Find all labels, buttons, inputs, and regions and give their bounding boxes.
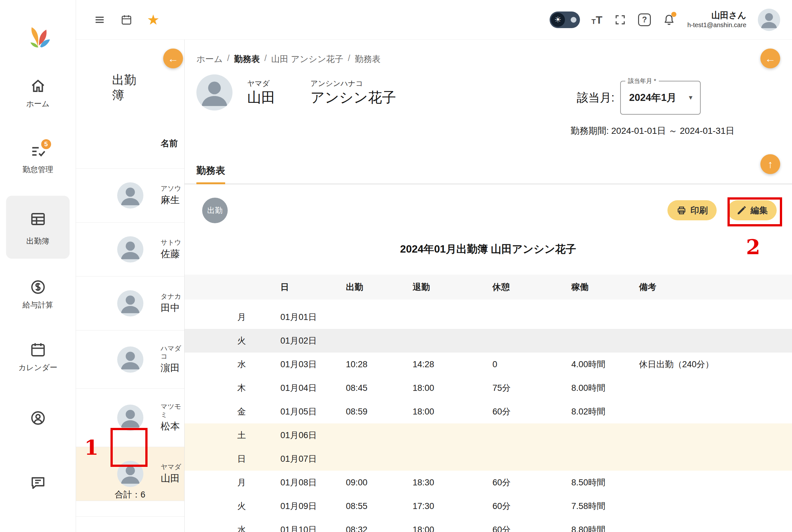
status-badge: 出勤: [202, 198, 228, 223]
cell-work-hours: 8.50時間: [571, 477, 639, 488]
cell-day-of-week: 金: [237, 406, 280, 417]
attendance-row: 土01月06日: [184, 423, 792, 447]
profile-avatar: [196, 74, 232, 111]
sidebar-item-attendance-mgmt[interactable]: 5 勤怠管理: [0, 143, 76, 175]
person-kana: サトウ: [161, 238, 181, 246]
person-row[interactable]: タナカ田中: [76, 277, 184, 330]
user-info[interactable]: 山田さん h-test1@anshin.care: [687, 10, 746, 29]
cell-day-of-week: 水: [237, 524, 280, 532]
sidebar-item-attendance-book[interactable]: 出勤簿: [6, 196, 70, 259]
attendance-row: 月01月01日: [184, 305, 792, 329]
person-avatar[interactable]: [117, 182, 144, 209]
person-avatar[interactable]: [117, 346, 144, 373]
cell-break: 75分: [492, 382, 571, 394]
cell-day-of-week: 火: [237, 500, 280, 512]
cell-day-of-week: 木: [237, 382, 280, 394]
person-kana: ヤマダ: [161, 463, 181, 471]
person-avatar[interactable]: [117, 404, 144, 431]
text-size-icon[interactable]: TT: [591, 14, 602, 25]
cell-work-hours: 4.00時間: [571, 359, 639, 370]
sidebar-item-label: 給与計算: [23, 300, 53, 310]
cell-day-of-week: 水: [237, 359, 280, 370]
cell-date: 01月01日: [280, 311, 346, 323]
dark-mode-toggle[interactable]: ☀: [550, 12, 580, 28]
sidebar-item-home[interactable]: ホーム: [0, 77, 76, 109]
main-content: ホーム/勤務表/山田 アンシン花子/勤務表 ← ヤマダ 山田 アンシンハナコ ア…: [184, 39, 792, 532]
cell-clock-in: 08:55: [346, 501, 413, 511]
cell-break: 60分: [492, 406, 571, 417]
attendance-row: 火01月09日08:5517:3060分7.58時間: [184, 494, 792, 518]
month-label: 該当月:: [577, 90, 615, 106]
header-break: 休憩: [492, 281, 571, 293]
table-body: 月01月01日火01月02日水01月03日10:2814:2804.00時間休日…: [184, 305, 792, 532]
calendar-shortcut-icon[interactable]: [120, 14, 133, 26]
cell-date: 01月05日: [280, 406, 346, 417]
user-name: 山田さん: [687, 10, 746, 21]
cell-break: 60分: [492, 524, 571, 532]
person-row[interactable]: サトウ佐藤: [76, 223, 184, 277]
attendance-card: 出勤 印刷 編集 2024年01月出勤簿 山田アンシン花子 日 出勤 退勤 休憩…: [184, 184, 792, 532]
cell-work-hours: 8.02時間: [571, 406, 639, 417]
tab-worksheet[interactable]: 勤務表: [196, 164, 225, 184]
table-icon: [30, 210, 46, 228]
sidebar-item-payroll[interactable]: 給与計算: [0, 279, 76, 310]
app-logo-icon[interactable]: [24, 21, 54, 51]
breadcrumb-item[interactable]: 勤務表: [355, 53, 381, 65]
collapse-panel-button[interactable]: ←: [163, 49, 183, 68]
profile-kana-first: アンシンハナコ: [310, 79, 396, 88]
cell-date: 01月06日: [280, 430, 346, 441]
table-title: 2024年01月出勤簿 山田アンシン花子: [184, 242, 792, 256]
sidebar-item-calendar[interactable]: カレンダー: [0, 341, 76, 373]
hamburger-menu-icon[interactable]: [93, 14, 106, 26]
person-row[interactable]: ハマダ コ濵田: [76, 330, 184, 388]
attendance-row: 月01月08日09:0018:3060分8.50時間: [184, 471, 792, 494]
person-kana: ハマダ コ: [161, 344, 181, 360]
cell-day-of-week: 日: [237, 453, 280, 464]
breadcrumb-item[interactable]: 勤務表: [234, 53, 260, 65]
person-kana: マツモ ミ: [161, 402, 181, 418]
edit-button[interactable]: 編集: [728, 200, 777, 220]
fullscreen-icon[interactable]: [614, 14, 626, 26]
sidebar-item-users[interactable]: [0, 410, 76, 431]
cell-date: 01月10日: [280, 524, 346, 532]
cell-clock-in: 08:59: [346, 407, 413, 417]
dollar-circle-icon: [30, 279, 46, 296]
cell-break: 0: [492, 360, 571, 369]
cell-date: 01月07日: [280, 453, 346, 464]
person-avatar[interactable]: [117, 290, 144, 317]
person-avatar[interactable]: [117, 236, 144, 263]
breadcrumb-item[interactable]: 山田 アンシン花子: [271, 53, 343, 65]
help-icon[interactable]: ?: [638, 14, 651, 26]
scroll-top-button[interactable]: ↑: [760, 154, 780, 174]
cell-clock-out: 18:00: [413, 383, 492, 393]
cell-date: 01月09日: [280, 500, 346, 512]
chevron-down-icon: ▼: [687, 94, 694, 101]
person-row[interactable]: アソウ麻生: [76, 169, 184, 223]
cell-clock-out: 18:30: [413, 478, 492, 488]
back-button[interactable]: ←: [760, 49, 780, 68]
cell-day-of-week: 月: [237, 311, 280, 323]
header-clock-out: 退勤: [413, 281, 492, 293]
month-select[interactable]: 該当年月 * 2024年1月 ▼: [620, 81, 701, 115]
person-name: 濵田: [161, 361, 181, 375]
back-arrow-icon: ←: [168, 52, 178, 65]
favorite-star-icon[interactable]: ★: [147, 14, 160, 26]
total-row: 合計：6: [76, 489, 184, 517]
table-header-row: 日 出勤 退勤 休憩 稼働 備考: [184, 274, 792, 300]
breadcrumb-item[interactable]: ホーム: [196, 53, 223, 65]
notification-bell-icon[interactable]: [662, 13, 676, 26]
print-button[interactable]: 印刷: [667, 200, 717, 220]
month-area: 該当月: 該当年月 * 2024年1月 ▼: [577, 81, 701, 115]
topbar: ★ ☀ TT ? 山田さん h-test1@anshin.care: [76, 0, 792, 40]
notification-dot: [671, 12, 676, 17]
cell-day-of-week: 土: [237, 430, 280, 441]
sidebar: ホーム 5 勤怠管理 出勤簿 給与計算 カレンダー: [0, 0, 76, 532]
attendance-row: 木01月04日08:4518:0075分8.00時間: [184, 376, 792, 400]
header-date: 日: [280, 281, 346, 293]
user-avatar[interactable]: [758, 8, 780, 31]
person-row[interactable]: マツモ ミ松本: [76, 388, 184, 447]
person-avatar[interactable]: [117, 461, 144, 487]
sidebar-item-chat[interactable]: [0, 474, 76, 491]
cell-day-of-week: 月: [237, 477, 280, 488]
profile-kana-last: ヤマダ: [247, 79, 275, 88]
